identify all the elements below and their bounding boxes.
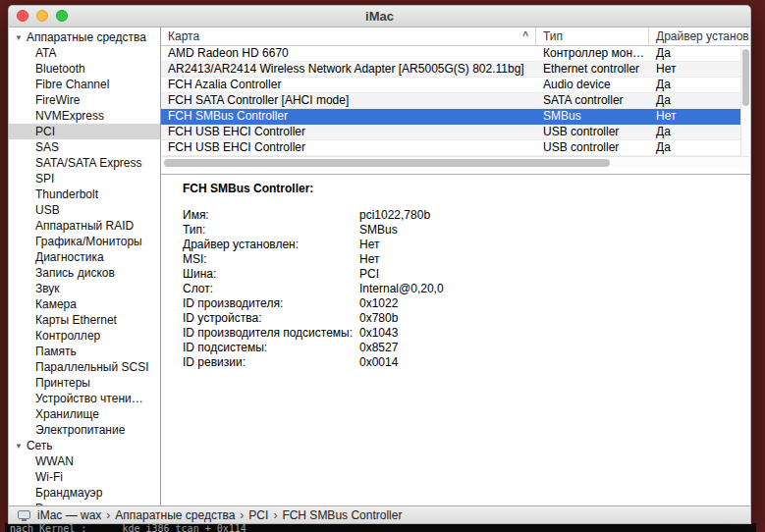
traffic-lights: [17, 10, 68, 22]
sidebar-item[interactable]: Графика/Мониторы: [9, 234, 160, 249]
detail-label: ID производителя подсистемы:: [183, 326, 359, 341]
cell-driver-installed: Да: [649, 125, 750, 139]
table-row[interactable]: FCH Azalia ControllerAudio deviceДа: [161, 78, 750, 93]
detail-field: ID производителя подсистемы:0x1043: [183, 326, 740, 341]
sidebar-item[interactable]: PCI: [9, 124, 160, 139]
sidebar-section-header[interactable]: ▼Аппаратные средства: [9, 29, 160, 45]
sidebar-item[interactable]: Память: [9, 344, 160, 359]
breadcrumb-segment: iMac — wax: [37, 508, 101, 522]
table-row[interactable]: FCH USB EHCI ControllerUSB controllerДа: [161, 125, 750, 140]
detail-field: Слот:Internal@0,20,0: [183, 282, 740, 296]
detail-field: Драйвер установлен:Нет: [183, 238, 740, 252]
breadcrumb-segment: PCI: [248, 508, 268, 522]
sidebar-item[interactable]: Аппаратный RAID: [9, 218, 160, 234]
sidebar-item[interactable]: Электропитание: [9, 422, 160, 438]
vertical-scrollbar[interactable]: [740, 47, 750, 156]
window-titlebar[interactable]: iMac: [9, 6, 750, 27]
cell-card: FCH Azalia Controller: [161, 78, 536, 92]
system-information-window: iMac ▼Аппаратные средстваATABluetoothFib…: [8, 5, 751, 524]
sidebar-item[interactable]: FireWire: [9, 92, 160, 108]
detail-label: ID ревизии:: [183, 355, 359, 370]
detail-value: Internal@0,20,0: [359, 282, 740, 296]
cell-driver-installed: Да: [649, 93, 750, 108]
cell-card: FCH USB EHCI Controller: [161, 140, 536, 155]
cell-type: SMBus: [536, 109, 649, 124]
sidebar-item[interactable]: Thunderbolt: [9, 186, 160, 202]
sidebar-item[interactable]: Брандмауэр: [9, 485, 160, 501]
detail-label: Слот:: [183, 282, 359, 296]
detail-value: 0x780b: [359, 311, 740, 326]
column-header[interactable]: Тип: [536, 27, 649, 45]
cell-card: FCH USB EHCI Controller: [161, 125, 536, 139]
cell-driver-installed: Да: [649, 140, 750, 155]
column-header[interactable]: Карта^: [161, 27, 536, 45]
sidebar-item[interactable]: Bluetooth: [9, 61, 160, 77]
sidebar-item[interactable]: Хранилище: [9, 406, 160, 422]
table-row[interactable]: FCH SMBus ControllerSMBusНет: [161, 109, 750, 125]
sidebar-section-header[interactable]: ▼Сеть: [9, 438, 160, 453]
disclosure-triangle-icon[interactable]: ▼: [15, 30, 23, 46]
cell-driver-installed: Нет: [649, 62, 750, 77]
detail-label: ID производителя:: [183, 296, 359, 311]
table-row[interactable]: AR2413/AR2414 Wireless Network Adapter […: [161, 62, 750, 78]
minimize-button[interactable]: [36, 10, 48, 22]
sidebar-item[interactable]: Fibre Channel: [9, 77, 160, 92]
detail-field: Шина:PCI: [183, 267, 740, 282]
sidebar-item[interactable]: USB: [9, 202, 160, 218]
sidebar-item[interactable]: Wi-Fi: [9, 469, 160, 485]
horizontal-scrollbar[interactable]: [162, 156, 749, 168]
detail-value: 0x1043: [359, 326, 740, 341]
detail-label: Тип:: [183, 223, 359, 238]
sidebar-item[interactable]: Карты Ethernet: [9, 312, 160, 328]
cell-card: FCH SATA Controller [AHCI mode]: [161, 93, 536, 108]
vertical-scrollbar-thumb[interactable]: [742, 49, 749, 106]
sidebar: ▼Аппаратные средстваATABluetoothFibre Ch…: [9, 27, 161, 505]
cell-type: SATA controller: [536, 93, 649, 108]
sidebar-item[interactable]: Звук: [9, 281, 160, 296]
sort-ascending-icon: ^: [522, 31, 528, 41]
sidebar-item[interactable]: Диагностика: [9, 249, 160, 265]
detail-field: ID ревизии:0x0014: [183, 355, 740, 370]
sidebar-item[interactable]: NVMExpress: [9, 108, 160, 124]
sidebar-item[interactable]: Контроллер: [9, 328, 160, 344]
sidebar-item[interactable]: SAS: [9, 139, 160, 155]
sidebar-item[interactable]: SPI: [9, 171, 160, 186]
breadcrumb-segment: Аппаратные средства: [115, 508, 235, 522]
table-row[interactable]: FCH USB EHCI ControllerUSB controllerДа: [161, 140, 750, 156]
column-header-label: Карта: [168, 27, 199, 45]
disclosure-triangle-icon[interactable]: ▼: [15, 439, 23, 454]
breadcrumb: iMac — wax›Аппаратные средства›PCI›FCH S…: [37, 508, 402, 522]
zoom-button[interactable]: [56, 10, 68, 22]
sidebar-section-label: Сеть: [27, 439, 53, 452]
sidebar-item[interactable]: Запись дисков: [9, 265, 160, 281]
desktop-background: nach Kernel : kde_i386_tcan + 0x114 iMac…: [0, 0, 765, 532]
cell-type: USB controller: [536, 140, 649, 155]
sidebar-item[interactable]: Камера: [9, 296, 160, 312]
detail-label: MSI:: [183, 252, 359, 267]
main-pane: Карта^ТипДрайвер установ. AMD Radeon HD …: [161, 27, 750, 505]
detail-value: 0x8527: [359, 341, 740, 355]
column-header-label: Драйвер установ.: [656, 27, 750, 45]
horizontal-scrollbar-thumb[interactable]: [164, 159, 610, 167]
cell-driver-installed: Да: [649, 78, 750, 92]
sidebar-item[interactable]: Параллельный SCSI: [9, 359, 160, 375]
detail-field: MSI:Нет: [183, 252, 740, 267]
details-fields: Имя:pci1022,780bТип:SMBusДрайвер установ…: [183, 208, 740, 370]
sidebar-item[interactable]: Устройство чтени…: [9, 391, 160, 406]
window-content: ▼Аппаратные средстваATABluetoothFibre Ch…: [9, 27, 750, 505]
table-row[interactable]: AMD Radeon HD 6670Контроллер мони…Да: [161, 46, 750, 62]
sidebar-item[interactable]: SATA/SATA Express: [9, 155, 160, 171]
detail-label: Имя:: [183, 208, 359, 223]
detail-field: ID устройства:0x780b: [183, 311, 740, 326]
detail-value: SMBus: [359, 223, 740, 238]
sidebar-item[interactable]: ATA: [9, 45, 160, 61]
details-title: FCH SMBus Controller:: [183, 182, 740, 195]
cell-driver-installed: Да: [649, 46, 750, 61]
table-row[interactable]: FCH SATA Controller [AHCI mode]SATA cont…: [161, 93, 750, 109]
sidebar-item[interactable]: WWAN: [9, 453, 160, 469]
detail-field: Тип:SMBus: [183, 223, 740, 238]
column-header[interactable]: Драйвер установ.: [649, 27, 750, 45]
sidebar-item[interactable]: Принтеры: [9, 375, 160, 391]
breadcrumb-separator: ›: [273, 508, 277, 522]
close-button[interactable]: [17, 10, 28, 22]
